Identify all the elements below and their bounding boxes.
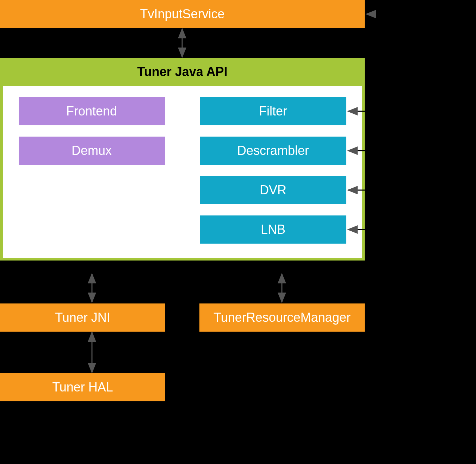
demux-box: Demux — [19, 137, 165, 165]
filter-label: Filter — [259, 104, 287, 119]
right-column: Filter Descrambler DVR LNB — [200, 97, 346, 244]
left-column: Frontend Demux — [19, 97, 165, 244]
tuner-hal-label: Tuner HAL — [52, 380, 113, 395]
frontend-label: Frontend — [66, 104, 117, 119]
tuner-resource-manager-box: TunerResourceManager — [199, 303, 365, 332]
tuner-java-api-body: Frontend Demux Filter Descrambler DVR LN… — [3, 86, 362, 258]
tuner-hal-box: Tuner HAL — [0, 373, 165, 401]
dvr-label: DVR — [260, 183, 286, 197]
frontend-box: Frontend — [19, 97, 165, 125]
tuner-java-api-header: Tuner Java API — [0, 58, 365, 86]
lnb-box: LNB — [200, 215, 346, 244]
descrambler-box: Descrambler — [200, 137, 346, 165]
tv-input-service-box: TvInputService — [0, 0, 365, 28]
lnb-label: LNB — [261, 222, 285, 237]
demux-label: Demux — [72, 143, 112, 158]
tuner-java-api-label: Tuner Java API — [137, 64, 227, 79]
tuner-jni-label: Tuner JNI — [55, 310, 110, 325]
tuner-resource-manager-label: TunerResourceManager — [214, 310, 351, 325]
dvr-box: DVR — [200, 176, 346, 204]
descrambler-label: Descrambler — [237, 143, 309, 158]
tuner-java-api-container: Tuner Java API Frontend Demux Filter Des… — [0, 58, 365, 261]
tv-input-service-label: TvInputService — [140, 7, 224, 21]
tuner-jni-box: Tuner JNI — [0, 303, 165, 332]
filter-box: Filter — [200, 97, 346, 125]
